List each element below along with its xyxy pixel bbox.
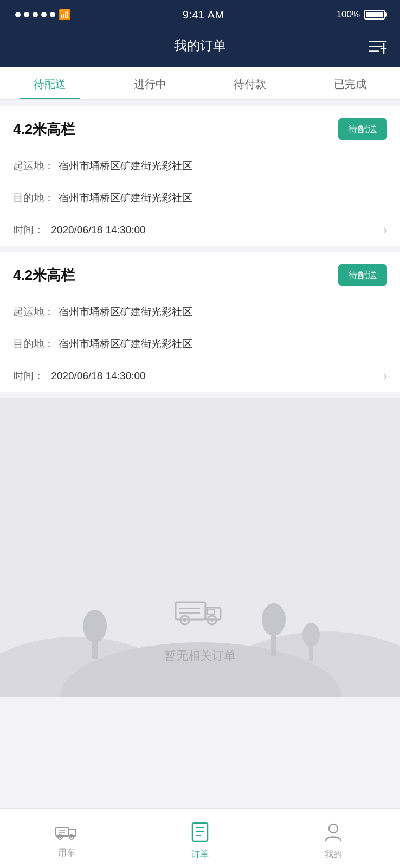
- dest-label-1: 目的地：: [13, 191, 54, 205]
- svg-rect-16: [207, 609, 215, 615]
- tab-pending-delivery[interactable]: 待配送: [0, 67, 100, 99]
- wifi-icon: 📶: [59, 9, 70, 21]
- bottom-tab-use-car[interactable]: 用车: [0, 818, 133, 859]
- status-right: 100%: [337, 9, 385, 20]
- time-label-2: 时间： 2020/06/18 14:30:00: [13, 369, 146, 383]
- dest-value-1: 宿州市埇桥区矿建街光彩社区: [59, 191, 387, 205]
- origin-label-2: 起运地：: [13, 305, 54, 319]
- svg-point-26: [60, 837, 61, 838]
- origin-value-2: 宿州市埇桥区矿建街光彩社区: [59, 305, 387, 319]
- page-title: 我的订单: [174, 37, 226, 54]
- signal-dot-3: [33, 12, 38, 17]
- order-card-1[interactable]: 4.2米高栏 待配送 起运地： 宿州市埇桥区矿建街光彩社区 目的地： 宿州市埇桥…: [0, 106, 400, 246]
- order-status-badge-2: 待配送: [338, 264, 387, 286]
- empty-truck-icon: [173, 591, 227, 631]
- svg-point-18: [183, 618, 186, 622]
- empty-text: 暂无相关订单: [164, 648, 236, 664]
- time-label-1: 时间： 2020/06/18 14:30:00: [13, 223, 146, 237]
- tabs-bar: 待配送 进行中 待付款 已完成: [0, 67, 400, 100]
- mine-tab-icon: [324, 822, 343, 846]
- order-time-row-1[interactable]: 时间： 2020/06/18 14:30:00 ›: [0, 214, 400, 246]
- use-car-label: 用车: [58, 847, 75, 859]
- status-time: 9:41 AM: [183, 9, 224, 21]
- svg-point-28: [71, 837, 73, 838]
- dest-value-2: 宿州市埇桥区矿建街光彩社区: [59, 337, 387, 351]
- truck-tab-icon: [55, 824, 78, 845]
- mine-label: 我的: [325, 849, 342, 860]
- order-origin-row-1: 起运地： 宿州市埇桥区矿建街光彩社区: [0, 150, 400, 182]
- bottom-tab-orders[interactable]: 订单: [133, 817, 267, 860]
- chevron-icon-2: ›: [383, 369, 387, 383]
- order-card-2[interactable]: 4.2米高栏 待配送 起运地： 宿州市埇桥区矿建街光彩社区 目的地： 宿州市埇桥…: [0, 252, 400, 392]
- tab-pending-payment[interactable]: 待付款: [200, 67, 300, 99]
- signal-dot-1: [15, 12, 21, 17]
- order-dest-row-2: 目的地： 宿州市埇桥区矿建街光彩社区: [0, 328, 400, 360]
- nav-header: 我的订单: [0, 29, 400, 67]
- order-status-badge-1: 待配送: [338, 118, 387, 140]
- order-origin-row-2: 起运地： 宿州市埇桥区矿建街光彩社区: [0, 296, 400, 328]
- battery-percent: 100%: [337, 9, 360, 20]
- svg-rect-23: [56, 827, 68, 836]
- origin-value-1: 宿州市埇桥区矿建街光彩社区: [59, 159, 387, 173]
- chevron-icon-1: ›: [383, 223, 387, 237]
- signal-dot-4: [41, 12, 47, 17]
- tab-in-progress[interactable]: 进行中: [100, 67, 201, 99]
- tab-completed[interactable]: 已完成: [300, 67, 401, 99]
- origin-label-1: 起运地：: [13, 159, 54, 173]
- order-title-2: 4.2米高栏: [13, 266, 75, 285]
- status-bar: 📶 9:41 AM 100%: [0, 0, 400, 29]
- order-time-row-2[interactable]: 时间： 2020/06/18 14:30:00 ›: [0, 360, 400, 392]
- order-header-1: 4.2米高栏 待配送: [0, 106, 400, 150]
- battery-fill: [366, 12, 383, 17]
- bottom-tab-bar: 用车 订单 我的: [0, 808, 400, 868]
- svg-point-13: [302, 623, 320, 647]
- svg-point-9: [83, 610, 107, 642]
- order-title-1: 4.2米高栏: [13, 120, 75, 139]
- empty-state: 暂无相关订单: [0, 398, 400, 697]
- order-dest-row-1: 目的地： 宿州市埇桥区矿建街光彩社区: [0, 182, 400, 214]
- order-header-2: 4.2米高栏 待配送: [0, 252, 400, 296]
- filter-button[interactable]: [369, 39, 387, 59]
- battery-icon: [364, 10, 385, 20]
- status-left: 📶: [15, 9, 70, 21]
- filter-icon: [369, 39, 387, 55]
- dest-label-2: 目的地：: [13, 337, 54, 351]
- content-area: 4.2米高栏 待配送 起运地： 宿州市埇桥区矿建街光彩社区 目的地： 宿州市埇桥…: [0, 106, 400, 697]
- signal-dot-5: [50, 12, 55, 17]
- svg-point-11: [262, 603, 286, 636]
- signal-dot-2: [24, 12, 29, 17]
- orders-tab-icon: [191, 822, 209, 846]
- orders-label: 订单: [191, 849, 209, 860]
- svg-rect-14: [176, 602, 205, 620]
- bottom-tab-mine[interactable]: 我的: [267, 817, 400, 860]
- svg-point-20: [210, 618, 214, 622]
- svg-point-35: [329, 824, 338, 833]
